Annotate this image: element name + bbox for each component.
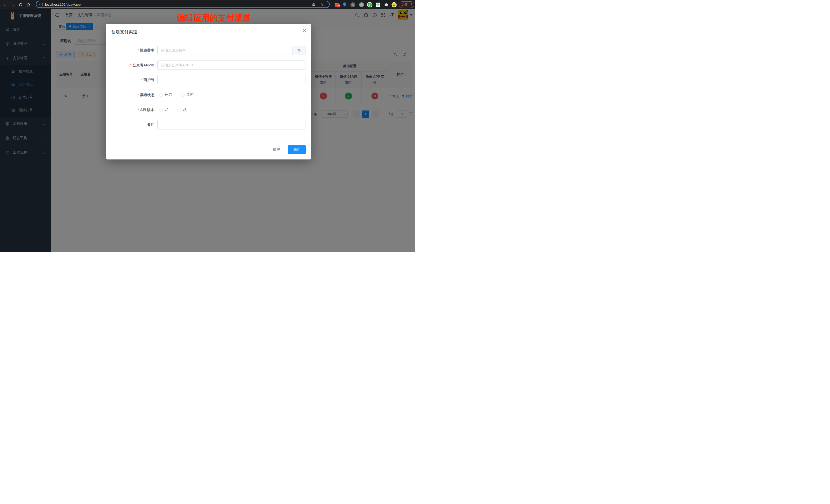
share-icon	[312, 2, 316, 6]
extension-green-dot[interactable]	[358, 0, 364, 9]
appid-input[interactable]	[157, 61, 306, 70]
reload-icon	[19, 3, 23, 7]
radio-api-v2[interactable]: v2	[159, 105, 168, 114]
browser-forward-button[interactable]: →	[9, 0, 17, 9]
url-text: localhost:1024/pay/app	[45, 3, 81, 6]
radio-label: v2	[165, 108, 168, 112]
rate-suffix: %	[292, 45, 306, 55]
remark-input[interactable]	[157, 120, 306, 129]
modal-title: 创建支付渠道	[111, 29, 137, 35]
browser-toolbar: ← → localhost:1024/pay/app ☆ 10 ⌘ y 更新	[0, 0, 415, 9]
site-info-icon[interactable]	[39, 3, 43, 6]
browser-profile-avatar[interactable]	[391, 0, 397, 9]
confirm-button[interactable]: 确定	[288, 145, 306, 154]
browser-back-button[interactable]: ←	[2, 0, 9, 9]
extension-y[interactable]: y	[366, 0, 373, 9]
radio-api-v3[interactable]: v3	[178, 105, 187, 114]
radio-icon	[181, 93, 185, 97]
rate-label: 渠道费率	[106, 45, 154, 55]
extension-balloon[interactable]	[342, 0, 348, 9]
radio-label: v3	[183, 108, 187, 112]
cancel-button-label: 取消	[273, 148, 280, 152]
radio-icon	[159, 108, 163, 112]
radio-label: 关闭	[186, 93, 194, 97]
extensions-puzzle-button[interactable]	[383, 0, 389, 9]
radio-status-off[interactable]: 关闭	[181, 90, 194, 99]
create-channel-modal: 创建支付渠道 ✕ 渠道费率 % 公众号APPID 商户号 渠道状态 开启 关闭 …	[106, 24, 311, 159]
annotation-text: 编辑应用的支付渠道	[154, 12, 274, 23]
address-bar[interactable]: localhost:1024/pay/app ☆	[36, 1, 330, 8]
appid-label: 公众号APPID	[106, 61, 154, 70]
home-icon	[26, 3, 30, 7]
confirm-button-label: 确定	[293, 148, 301, 152]
bookmark-star-icon[interactable]: ☆	[320, 2, 323, 7]
share-button[interactable]	[312, 2, 316, 6]
browser-reload-button[interactable]	[17, 0, 24, 9]
radio-icon	[159, 93, 163, 97]
remark-label: 备注	[106, 120, 154, 129]
radio-label: 开启	[165, 93, 172, 97]
modal-close-icon[interactable]: ✕	[302, 27, 307, 34]
status-label: 渠道状态	[106, 90, 154, 99]
cancel-button[interactable]: 取消	[268, 145, 285, 154]
rate-input[interactable]	[157, 45, 292, 55]
merchant-input[interactable]	[157, 75, 306, 84]
extension-badge: 10	[336, 4, 341, 7]
browser-update-menu-button[interactable]: 更新	[399, 1, 414, 8]
extension-command[interactable]: ⌘	[350, 0, 356, 9]
radio-icon	[178, 108, 181, 112]
extension-chat[interactable]	[375, 0, 381, 9]
api-version-label: API 版本	[106, 105, 154, 114]
update-label: 更新	[402, 3, 408, 7]
kebab-menu-icon	[411, 3, 412, 6]
browser-home-button[interactable]	[25, 0, 32, 9]
radio-status-on[interactable]: 开启	[159, 90, 172, 99]
extension-tiles[interactable]: 10	[333, 0, 341, 9]
merchant-label: 商户号	[106, 75, 154, 84]
